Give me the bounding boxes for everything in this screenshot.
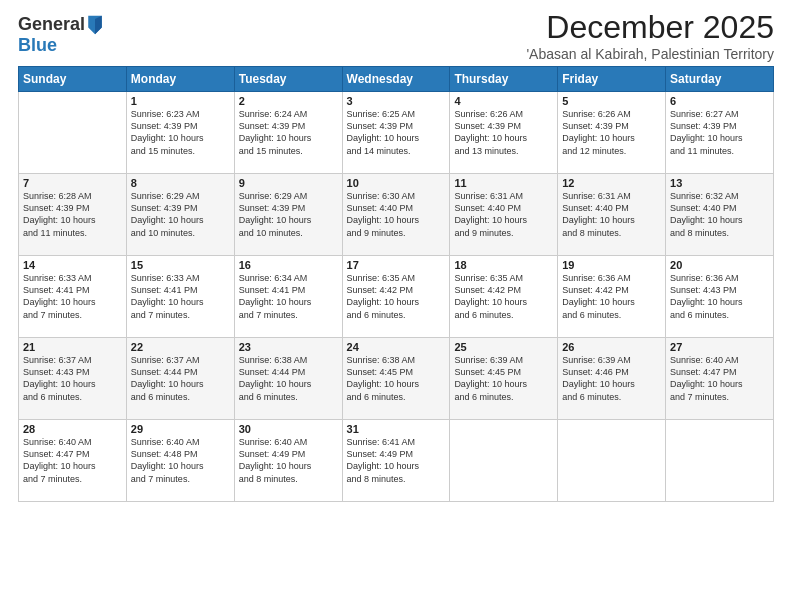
day-cell: 23Sunrise: 6:38 AM Sunset: 4:44 PM Dayli… bbox=[234, 338, 342, 420]
day-number: 7 bbox=[23, 177, 122, 189]
col-header-monday: Monday bbox=[126, 67, 234, 92]
day-cell: 28Sunrise: 6:40 AM Sunset: 4:47 PM Dayli… bbox=[19, 420, 127, 502]
day-info: Sunrise: 6:33 AM Sunset: 4:41 PM Dayligh… bbox=[23, 272, 122, 321]
week-row-2: 7Sunrise: 6:28 AM Sunset: 4:39 PM Daylig… bbox=[19, 174, 774, 256]
logo-general: General bbox=[18, 15, 85, 35]
day-cell: 21Sunrise: 6:37 AM Sunset: 4:43 PM Dayli… bbox=[19, 338, 127, 420]
day-info: Sunrise: 6:35 AM Sunset: 4:42 PM Dayligh… bbox=[454, 272, 553, 321]
day-cell: 5Sunrise: 6:26 AM Sunset: 4:39 PM Daylig… bbox=[558, 92, 666, 174]
day-cell: 1Sunrise: 6:23 AM Sunset: 4:39 PM Daylig… bbox=[126, 92, 234, 174]
day-cell bbox=[558, 420, 666, 502]
day-number: 24 bbox=[347, 341, 446, 353]
day-number: 23 bbox=[239, 341, 338, 353]
day-number: 29 bbox=[131, 423, 230, 435]
day-info: Sunrise: 6:26 AM Sunset: 4:39 PM Dayligh… bbox=[562, 108, 661, 157]
day-info: Sunrise: 6:31 AM Sunset: 4:40 PM Dayligh… bbox=[454, 190, 553, 239]
day-cell: 15Sunrise: 6:33 AM Sunset: 4:41 PM Dayli… bbox=[126, 256, 234, 338]
day-info: Sunrise: 6:25 AM Sunset: 4:39 PM Dayligh… bbox=[347, 108, 446, 157]
day-cell: 12Sunrise: 6:31 AM Sunset: 4:40 PM Dayli… bbox=[558, 174, 666, 256]
col-header-sunday: Sunday bbox=[19, 67, 127, 92]
day-number: 12 bbox=[562, 177, 661, 189]
day-number: 5 bbox=[562, 95, 661, 107]
header: General Blue December 2025 'Abasan al Ka… bbox=[18, 10, 774, 62]
day-info: Sunrise: 6:40 AM Sunset: 4:48 PM Dayligh… bbox=[131, 436, 230, 485]
col-header-wednesday: Wednesday bbox=[342, 67, 450, 92]
day-info: Sunrise: 6:32 AM Sunset: 4:40 PM Dayligh… bbox=[670, 190, 769, 239]
day-number: 4 bbox=[454, 95, 553, 107]
col-header-friday: Friday bbox=[558, 67, 666, 92]
day-info: Sunrise: 6:28 AM Sunset: 4:39 PM Dayligh… bbox=[23, 190, 122, 239]
day-info: Sunrise: 6:41 AM Sunset: 4:49 PM Dayligh… bbox=[347, 436, 446, 485]
day-number: 26 bbox=[562, 341, 661, 353]
day-cell: 7Sunrise: 6:28 AM Sunset: 4:39 PM Daylig… bbox=[19, 174, 127, 256]
day-number: 20 bbox=[670, 259, 769, 271]
day-number: 9 bbox=[239, 177, 338, 189]
day-info: Sunrise: 6:35 AM Sunset: 4:42 PM Dayligh… bbox=[347, 272, 446, 321]
col-header-saturday: Saturday bbox=[666, 67, 774, 92]
day-number: 8 bbox=[131, 177, 230, 189]
day-info: Sunrise: 6:23 AM Sunset: 4:39 PM Dayligh… bbox=[131, 108, 230, 157]
day-number: 22 bbox=[131, 341, 230, 353]
day-info: Sunrise: 6:39 AM Sunset: 4:45 PM Dayligh… bbox=[454, 354, 553, 403]
day-number: 10 bbox=[347, 177, 446, 189]
day-cell: 16Sunrise: 6:34 AM Sunset: 4:41 PM Dayli… bbox=[234, 256, 342, 338]
day-number: 18 bbox=[454, 259, 553, 271]
day-info: Sunrise: 6:33 AM Sunset: 4:41 PM Dayligh… bbox=[131, 272, 230, 321]
day-number: 21 bbox=[23, 341, 122, 353]
day-number: 27 bbox=[670, 341, 769, 353]
day-cell: 29Sunrise: 6:40 AM Sunset: 4:48 PM Dayli… bbox=[126, 420, 234, 502]
day-number: 2 bbox=[239, 95, 338, 107]
page: General Blue December 2025 'Abasan al Ka… bbox=[0, 0, 792, 612]
day-number: 19 bbox=[562, 259, 661, 271]
day-info: Sunrise: 6:37 AM Sunset: 4:43 PM Dayligh… bbox=[23, 354, 122, 403]
day-number: 1 bbox=[131, 95, 230, 107]
week-row-4: 21Sunrise: 6:37 AM Sunset: 4:43 PM Dayli… bbox=[19, 338, 774, 420]
day-cell: 3Sunrise: 6:25 AM Sunset: 4:39 PM Daylig… bbox=[342, 92, 450, 174]
day-cell: 18Sunrise: 6:35 AM Sunset: 4:42 PM Dayli… bbox=[450, 256, 558, 338]
day-number: 3 bbox=[347, 95, 446, 107]
logo-blue: Blue bbox=[18, 35, 57, 55]
day-cell: 8Sunrise: 6:29 AM Sunset: 4:39 PM Daylig… bbox=[126, 174, 234, 256]
day-info: Sunrise: 6:39 AM Sunset: 4:46 PM Dayligh… bbox=[562, 354, 661, 403]
day-number: 25 bbox=[454, 341, 553, 353]
day-cell: 25Sunrise: 6:39 AM Sunset: 4:45 PM Dayli… bbox=[450, 338, 558, 420]
day-number: 13 bbox=[670, 177, 769, 189]
day-info: Sunrise: 6:29 AM Sunset: 4:39 PM Dayligh… bbox=[239, 190, 338, 239]
day-cell: 22Sunrise: 6:37 AM Sunset: 4:44 PM Dayli… bbox=[126, 338, 234, 420]
day-cell: 14Sunrise: 6:33 AM Sunset: 4:41 PM Dayli… bbox=[19, 256, 127, 338]
month-title: December 2025 bbox=[526, 10, 774, 45]
location-subtitle: 'Abasan al Kabirah, Palestinian Territor… bbox=[526, 46, 774, 62]
header-row: SundayMondayTuesdayWednesdayThursdayFrid… bbox=[19, 67, 774, 92]
col-header-thursday: Thursday bbox=[450, 67, 558, 92]
day-cell: 27Sunrise: 6:40 AM Sunset: 4:47 PM Dayli… bbox=[666, 338, 774, 420]
day-info: Sunrise: 6:40 AM Sunset: 4:47 PM Dayligh… bbox=[23, 436, 122, 485]
day-cell: 11Sunrise: 6:31 AM Sunset: 4:40 PM Dayli… bbox=[450, 174, 558, 256]
day-number: 28 bbox=[23, 423, 122, 435]
day-cell: 6Sunrise: 6:27 AM Sunset: 4:39 PM Daylig… bbox=[666, 92, 774, 174]
day-info: Sunrise: 6:37 AM Sunset: 4:44 PM Dayligh… bbox=[131, 354, 230, 403]
day-info: Sunrise: 6:36 AM Sunset: 4:43 PM Dayligh… bbox=[670, 272, 769, 321]
day-cell: 2Sunrise: 6:24 AM Sunset: 4:39 PM Daylig… bbox=[234, 92, 342, 174]
day-number: 30 bbox=[239, 423, 338, 435]
day-cell: 20Sunrise: 6:36 AM Sunset: 4:43 PM Dayli… bbox=[666, 256, 774, 338]
day-info: Sunrise: 6:34 AM Sunset: 4:41 PM Dayligh… bbox=[239, 272, 338, 321]
day-cell: 4Sunrise: 6:26 AM Sunset: 4:39 PM Daylig… bbox=[450, 92, 558, 174]
day-info: Sunrise: 6:38 AM Sunset: 4:45 PM Dayligh… bbox=[347, 354, 446, 403]
logo: General Blue bbox=[18, 14, 104, 56]
day-info: Sunrise: 6:40 AM Sunset: 4:49 PM Dayligh… bbox=[239, 436, 338, 485]
day-number: 16 bbox=[239, 259, 338, 271]
day-cell: 30Sunrise: 6:40 AM Sunset: 4:49 PM Dayli… bbox=[234, 420, 342, 502]
title-block: December 2025 'Abasan al Kabirah, Palest… bbox=[526, 10, 774, 62]
day-cell: 31Sunrise: 6:41 AM Sunset: 4:49 PM Dayli… bbox=[342, 420, 450, 502]
day-number: 11 bbox=[454, 177, 553, 189]
day-cell: 24Sunrise: 6:38 AM Sunset: 4:45 PM Dayli… bbox=[342, 338, 450, 420]
day-info: Sunrise: 6:31 AM Sunset: 4:40 PM Dayligh… bbox=[562, 190, 661, 239]
day-number: 31 bbox=[347, 423, 446, 435]
day-info: Sunrise: 6:29 AM Sunset: 4:39 PM Dayligh… bbox=[131, 190, 230, 239]
col-header-tuesday: Tuesday bbox=[234, 67, 342, 92]
week-row-3: 14Sunrise: 6:33 AM Sunset: 4:41 PM Dayli… bbox=[19, 256, 774, 338]
day-cell: 19Sunrise: 6:36 AM Sunset: 4:42 PM Dayli… bbox=[558, 256, 666, 338]
week-row-1: 1Sunrise: 6:23 AM Sunset: 4:39 PM Daylig… bbox=[19, 92, 774, 174]
day-cell bbox=[19, 92, 127, 174]
day-info: Sunrise: 6:26 AM Sunset: 4:39 PM Dayligh… bbox=[454, 108, 553, 157]
